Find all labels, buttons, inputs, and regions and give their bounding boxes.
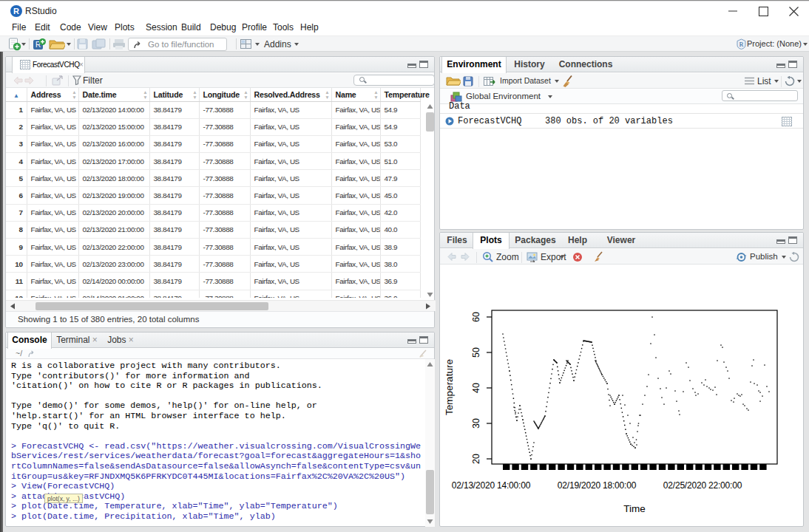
svg-text:20: 20 — [471, 454, 481, 464]
svg-text:40: 40 — [471, 383, 481, 393]
svg-text:02/19/2020 18:00:00: 02/19/2020 18:00:00 — [558, 480, 637, 491]
svg-text:30: 30 — [471, 418, 481, 429]
svg-text:02/13/2020 14:00:00: 02/13/2020 14:00:00 — [452, 480, 531, 491]
svg-text:Temperature: Temperature — [444, 359, 455, 415]
svg-text:Time: Time — [623, 503, 646, 514]
svg-text:02/25/2020 22:00:00: 02/25/2020 22:00:00 — [663, 480, 742, 491]
svg-text:50: 50 — [471, 347, 481, 358]
svg-text:R: R — [739, 41, 743, 48]
svg-text:60: 60 — [471, 312, 481, 322]
